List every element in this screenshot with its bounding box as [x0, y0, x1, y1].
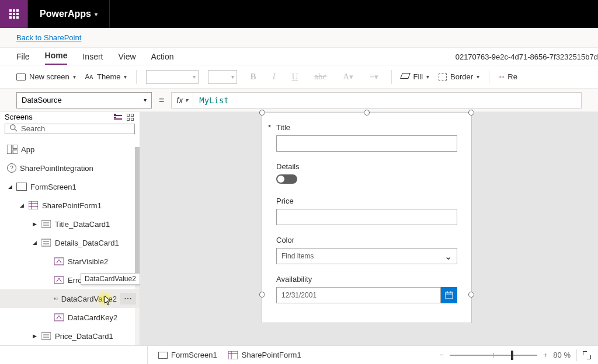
reorder-button[interactable]: ▫▫ Re: [499, 72, 517, 81]
tree-item-price-datacard1[interactable]: ▶ Price_DataCard1: [0, 327, 140, 345]
tree-item-formscreen1[interactable]: ◢ FormScreen1: [0, 177, 140, 196]
tab-action[interactable]: Action: [151, 52, 174, 65]
property-label: DataSource: [22, 96, 62, 104]
tab-insert[interactable]: Insert: [82, 52, 103, 65]
chevron-down-icon: ▾: [73, 74, 76, 80]
panel-title: Screens: [5, 113, 33, 121]
selection-handle[interactable]: [259, 110, 265, 116]
chevron-down-icon: ▾: [95, 11, 98, 18]
formula-input[interactable]: MyList: [193, 96, 235, 105]
tab-home[interactable]: Home: [45, 51, 68, 65]
svg-point-18: [54, 298, 55, 299]
back-bar: Back to SharePoint: [0, 28, 598, 48]
chevron-down-icon: ▾: [144, 97, 147, 103]
formula-bar: DataSource ▾ = fx▾ MyList: [0, 89, 598, 112]
reorder-icon: ▫▫: [499, 72, 504, 81]
price-label: Price: [276, 197, 457, 205]
canvas[interactable]: Title Details Price Color Find items ⌄ A…: [140, 112, 598, 345]
svg-rect-2: [7, 145, 12, 154]
formula-input-container: fx▾ MyList: [171, 92, 582, 108]
search-input[interactable]: Search: [5, 124, 135, 134]
svg-rect-4: [13, 150, 18, 154]
title-label: Title: [276, 123, 457, 132]
tree-item-datacardvalue2[interactable]: DataCardValue2 ⋯: [0, 289, 140, 308]
tree-item-datacardkey2[interactable]: DataCardKey2: [0, 308, 140, 327]
app-title-label: PowerApps: [40, 9, 91, 19]
selection-handle[interactable]: [364, 110, 370, 116]
theme-button[interactable]: Aᴀ Theme ▾: [85, 72, 127, 81]
app-launcher-button[interactable]: [0, 0, 28, 28]
price-input[interactable]: [276, 209, 457, 225]
form-preview[interactable]: Title Details Price Color Find items ⌄ A…: [262, 112, 472, 323]
toggle-icon: [54, 295, 58, 303]
selection-handle[interactable]: [468, 110, 474, 116]
tree-label: App: [21, 145, 34, 154]
back-to-sharepoint-link[interactable]: Back to SharePoint: [16, 33, 81, 42]
underline-button[interactable]: U: [288, 72, 301, 82]
tab-file[interactable]: File: [16, 52, 30, 65]
screens-panel: Screens Search App ? SharePointIntegrati…: [0, 112, 140, 345]
new-screen-button[interactable]: New screen ▾: [16, 72, 76, 81]
title-input[interactable]: [276, 135, 457, 152]
calendar-button[interactable]: [441, 287, 457, 303]
thumbnail-view-icon[interactable]: [127, 114, 134, 121]
details-toggle[interactable]: [276, 174, 297, 184]
strikethrough-button[interactable]: abc: [311, 72, 330, 82]
chevron-down-icon: ▾: [185, 97, 188, 103]
tree-label: DataCardKey2: [68, 313, 117, 322]
screens-panel-header: Screens: [0, 112, 140, 123]
datacard-icon: [41, 332, 51, 340]
tree-label: SharePointIntegration: [20, 164, 93, 173]
font-size-dropdown[interactable]: ▾: [208, 70, 237, 84]
tab-view[interactable]: View: [118, 52, 135, 65]
equals-label: =: [159, 95, 164, 106]
selection-handle[interactable]: [259, 292, 265, 298]
ribbon: New screen ▾ Aᴀ Theme ▾ ▾ ▾ B I U abc A▾…: [0, 65, 598, 89]
divider: [109, 0, 110, 28]
border-button[interactable]: Border ▾: [439, 72, 479, 81]
property-dropdown[interactable]: DataSource ▾: [16, 92, 152, 108]
zoom-out-button[interactable]: −: [439, 351, 444, 359]
svg-line-1: [15, 129, 17, 131]
tree-item-app[interactable]: App: [0, 140, 140, 159]
fx-button[interactable]: fx▾: [172, 93, 193, 108]
fit-to-screen-button[interactable]: [583, 351, 591, 359]
availability-datepicker[interactable]: 12/31/2001: [276, 287, 457, 303]
svg-rect-15: [54, 258, 64, 265]
caret-down-icon: ◢: [32, 240, 37, 246]
waffle-icon: [9, 9, 19, 19]
align-button[interactable]: ≡▾: [366, 72, 382, 82]
tree-label: StarVisible2: [68, 257, 108, 266]
font-family-dropdown[interactable]: ▾: [146, 70, 199, 84]
italic-button[interactable]: I: [269, 72, 279, 82]
list-view-icon[interactable]: [114, 114, 122, 120]
screen-icon: [158, 352, 168, 359]
cursor-icon: [103, 295, 112, 307]
tree-item-errormessage2[interactable]: ErrorM DataCardValue2: [0, 271, 140, 289]
breadcrumb-formscreen1[interactable]: FormScreen1: [158, 351, 217, 359]
breadcrumb-sharepointform1[interactable]: SharePointForm1: [228, 351, 301, 359]
search-placeholder: Search: [21, 124, 45, 133]
control-tree: App ? SharePointIntegration ◢ FormScreen…: [0, 140, 140, 345]
tree-item-details-datacard1[interactable]: ◢ Details_DataCard1: [0, 233, 140, 252]
font-color-button[interactable]: A▾: [339, 72, 357, 82]
tree-item-starvisible2[interactable]: StarVisible2: [0, 252, 140, 271]
tree-item-title-datacard1[interactable]: ▶ Title_DataCard1: [0, 215, 140, 233]
chevron-down-icon: ▾: [193, 74, 196, 80]
app-title-dropdown[interactable]: PowerApps ▾: [28, 9, 106, 19]
fill-button[interactable]: Fill ▾: [401, 72, 429, 81]
tree-label: Title_DataCard1: [55, 220, 110, 229]
chevron-down-icon: ▾: [231, 74, 234, 80]
tree-label: Details_DataCard1: [55, 239, 119, 247]
selection-handle[interactable]: [468, 292, 474, 298]
zoom-slider[interactable]: [450, 355, 537, 356]
more-options-button[interactable]: ⋯: [120, 293, 136, 304]
datacard-icon: [41, 220, 51, 228]
tree-item-sharepointform1[interactable]: ◢ SharePointForm1: [0, 196, 140, 215]
svg-rect-16: [54, 276, 64, 284]
color-combobox[interactable]: Find items ⌄: [276, 248, 457, 264]
zoom-in-button[interactable]: +: [543, 351, 548, 359]
screen-icon: [16, 183, 27, 191]
bold-button[interactable]: B: [246, 72, 259, 82]
tree-item-sharepoint-integration[interactable]: ? SharePointIntegration: [0, 159, 140, 177]
